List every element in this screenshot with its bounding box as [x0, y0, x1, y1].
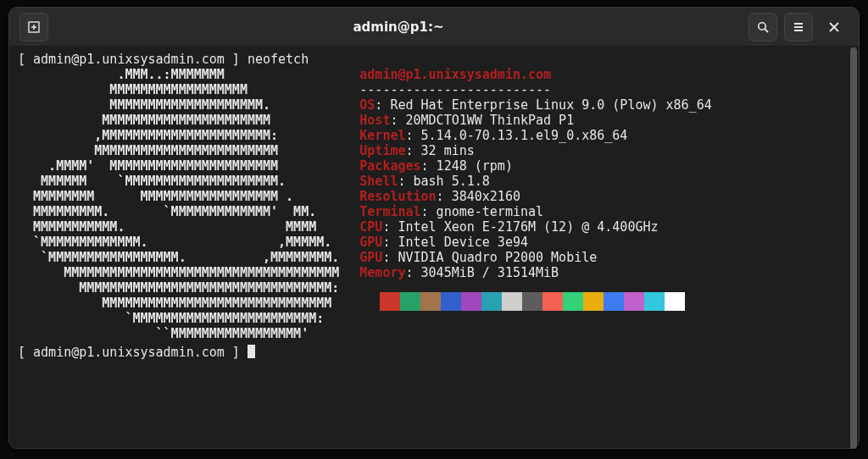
info-key: Uptime — [359, 143, 405, 158]
info-value: Red Hat Enterprise Linux 9.0 (Plow) x86_… — [390, 97, 711, 113]
cursor — [248, 345, 255, 358]
prompt-line-1: [ admin@p1.unixsysadmin.com ] neofetch — [18, 52, 850, 67]
color-swatch — [420, 292, 441, 311]
info-row: Shell: bash 5.1.8 — [359, 174, 850, 189]
info-row: Host: 20MDCTO1WW ThinkPad P1 — [359, 113, 850, 128]
info-key: Terminal — [359, 204, 420, 219]
menu-button[interactable] — [784, 13, 813, 41]
info-value: 5.14.0-70.13.1.el9_0.x86_64 — [421, 128, 628, 143]
terminal-window: admin@p1:~ [ admin@p1.unixsysadmin.com ]… — [8, 7, 860, 449]
color-swatch — [665, 292, 685, 311]
info-key: Host — [359, 113, 390, 128]
scrollbar[interactable] — [850, 47, 857, 449]
window-title: admin@p1:~ — [52, 19, 745, 35]
new-tab-button[interactable] — [19, 13, 48, 41]
terminal-viewport[interactable]: [ admin@p1.unixsysadmin.com ] neofetch .… — [9, 47, 859, 448]
color-swatch — [542, 292, 563, 311]
svg-line-4 — [765, 29, 768, 32]
info-value: NVIDIA Quadro P2000 Mobile — [398, 250, 597, 265]
color-swatch — [481, 292, 502, 311]
color-swatch — [624, 292, 644, 311]
color-swatch — [563, 292, 583, 311]
info-value: gnome-terminal — [437, 204, 543, 219]
info-dashes: ------------------------- — [359, 82, 850, 97]
color-swatch — [604, 292, 624, 311]
new-tab-icon — [27, 20, 41, 34]
search-icon — [756, 20, 770, 34]
info-key: GPU — [359, 250, 382, 265]
info-key: Memory — [359, 265, 405, 280]
info-key: CPU — [359, 219, 382, 235]
color-swatch — [380, 292, 400, 311]
info-value: 20MDCTO1WW ThinkPad P1 — [405, 113, 574, 128]
info-value: 3840x2160 — [452, 189, 520, 204]
color-swatch — [441, 292, 461, 311]
info-value: Intel Device 3e94 — [398, 235, 528, 250]
info-key: Resolution — [359, 189, 436, 204]
color-swatch — [502, 292, 522, 311]
info-row: CPU: Intel Xeon E-2176M (12) @ 4.400GHz — [359, 219, 850, 235]
info-row: Kernel: 5.14.0-70.13.1.el9_0.x86_64 — [359, 128, 850, 143]
color-swatch — [461, 292, 481, 311]
info-hostline: admin@p1.unixsysadmin.com — [359, 67, 551, 82]
search-button[interactable] — [748, 13, 777, 41]
info-value: 3045MiB / 31514MiB — [421, 265, 559, 280]
info-key: Shell — [359, 174, 398, 189]
info-value: Intel Xeon E-2176M (12) @ 4.400GHz — [398, 219, 658, 235]
info-value: bash 5.1.8 — [414, 174, 490, 189]
info-key: Kernel — [359, 128, 405, 143]
info-row: OS: Red Hat Enterprise Linux 9.0 (Plow) … — [359, 97, 850, 113]
color-swatch — [359, 292, 380, 311]
prompt-host: admin@p1.unixsysadmin.com — [33, 52, 225, 67]
svg-point-3 — [759, 22, 765, 29]
hamburger-icon — [792, 20, 805, 34]
prompt-line-2: [ admin@p1.unixsysadmin.com ] — [18, 345, 850, 360]
close-icon — [827, 20, 841, 34]
color-swatch — [522, 292, 542, 311]
titlebar: admin@p1:~ — [9, 8, 859, 47]
color-swatch — [583, 292, 604, 311]
info-row: GPU: Intel Device 3e94 — [359, 235, 850, 250]
info-row: GPU: NVIDIA Quadro P2000 Mobile — [359, 250, 850, 265]
scrollbar-thumb[interactable] — [850, 47, 857, 449]
neofetch-info: admin@p1.unixsysadmin.com --------------… — [359, 67, 850, 311]
info-row: Terminal: gnome-terminal — [359, 204, 850, 219]
info-row: Uptime: 32 mins — [359, 143, 850, 158]
info-row: Packages: 1248 (rpm) — [359, 158, 850, 174]
command-text: neofetch — [248, 52, 309, 67]
color-swatch — [400, 292, 420, 311]
info-row: Memory: 3045MiB / 31514MiB — [359, 265, 850, 280]
color-swatches — [359, 292, 850, 311]
info-key: GPU — [359, 235, 382, 250]
info-key: OS — [359, 97, 375, 113]
info-row: Resolution: 3840x2160 — [359, 189, 850, 204]
info-value: 32 mins — [421, 143, 475, 158]
ascii-logo: .MMM..:MMMMMMM MMMMMMMMMMMMMMMMMM MMMMMM… — [18, 67, 339, 341]
info-key: Packages — [359, 158, 420, 174]
info-value: 1248 (rpm) — [437, 158, 513, 174]
close-button[interactable] — [820, 13, 849, 41]
color-swatch — [644, 292, 665, 311]
